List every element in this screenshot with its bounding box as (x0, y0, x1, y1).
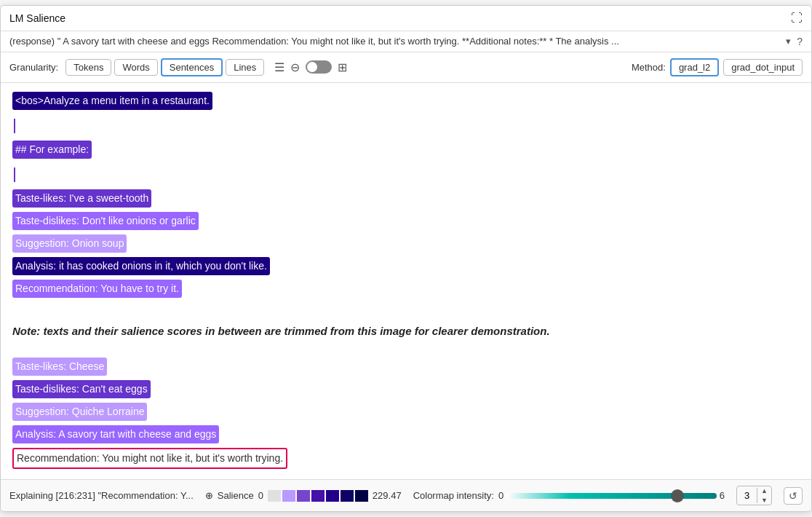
analysis-1-sentence[interactable]: Analysis: it has cooked onions in it, wh… (12, 257, 270, 275)
tokens-button[interactable]: Tokens (65, 59, 111, 76)
colorbar (268, 490, 368, 502)
taste-dislikes-1-sentence[interactable]: Taste-dislikes: Don't like onions or gar… (12, 212, 199, 230)
salience-icon: ⊕ (205, 490, 213, 501)
colormap-slider-wrap: 0 6 (498, 490, 725, 501)
salience-group: ⊕ Salience 0 229.47 (205, 490, 402, 502)
spacer-3 (12, 160, 800, 166)
window-title: LM Salience (9, 12, 65, 24)
grid-icon[interactable]: ⊞ (338, 60, 347, 74)
colormap-min: 0 (498, 490, 503, 501)
method-group: Method: grad_l2 grad_dot_input (632, 58, 803, 76)
spacer-2 (12, 135, 800, 141)
recommendation-1-sentence[interactable]: Recommendation: You have to try it. (12, 280, 182, 298)
taste-likes-2-sentence[interactable]: Taste-likes: Cheese (12, 358, 107, 376)
note-block: Note: texts and their salience scores in… (12, 323, 800, 340)
sentence-recommendation-1[interactable]: Recommendation: You have to try it. (12, 280, 800, 299)
for-example-sentence[interactable]: ## For example: (12, 141, 92, 159)
vertical-line-2 (14, 167, 15, 182)
bottom-bar: Explaining [216:231] "Recommendation: Y.… (1, 479, 811, 512)
title-bar: LM Salience ⛶ (1, 6, 811, 31)
grad-l2-button[interactable]: grad_l2 (670, 58, 719, 76)
recommendation-2-sentence[interactable]: Recommendation: You might not like it, b… (12, 448, 287, 469)
swatch-1 (282, 490, 295, 502)
menu-icon[interactable]: ☰ (274, 60, 284, 74)
suggestion-1-sentence[interactable]: Suggestion: Onion soup (12, 234, 127, 253)
swatch-2 (297, 490, 310, 502)
colormap-group: Colormap intensity: 0 6 (413, 490, 725, 501)
swatch-3 (311, 490, 325, 502)
response-text: (response) " A savory tart with cheese a… (9, 36, 780, 47)
colormap-max: 6 (720, 490, 725, 501)
sentence-taste-likes-1[interactable]: Taste-likes: I've a sweet-tooth (12, 189, 800, 209)
response-bar: (response) " A savory tart with cheese a… (1, 31, 811, 52)
expand-icon[interactable]: ⛶ (791, 12, 803, 25)
swatch-0 (268, 490, 281, 502)
spacer-1 (12, 111, 800, 117)
analysis-2-sentence[interactable]: Analysis: A savory tart with cheese and … (12, 425, 219, 443)
words-button[interactable]: Words (114, 59, 157, 76)
colormap-slider[interactable] (506, 493, 717, 499)
taste-dislikes-2-sentence[interactable]: Taste-dislikes: Can't eat eggs (12, 380, 151, 398)
lines-button[interactable]: Lines (226, 59, 264, 76)
method-label: Method: (632, 62, 666, 73)
spacer-4 (12, 183, 800, 189)
content-area: <bos>Analyze a menu item in a restaurant… (1, 83, 811, 479)
granularity-group: Granularity: Tokens Words Sentences Line… (9, 58, 347, 76)
sentence-taste-dislikes-1[interactable]: Taste-dislikes: Don't like onions or gar… (12, 212, 800, 232)
refresh-button[interactable]: ↺ (784, 487, 803, 505)
note-text: Note: texts and their salience scores in… (12, 323, 800, 340)
salience-min: 0 (258, 490, 263, 501)
help-icon[interactable]: ? (797, 36, 803, 47)
stepper-input: 3 ▲ ▼ (736, 486, 772, 506)
sentence-for-example[interactable]: ## For example: (12, 141, 800, 160)
sentence-suggestion-2[interactable]: Suggestion: Quiche Lorraine (12, 403, 800, 422)
bos-sentence[interactable]: <bos>Analyze a menu item in a restaurant… (12, 92, 212, 110)
taste-likes-1-sentence[interactable]: Taste-likes: I've a sweet-tooth (12, 189, 151, 208)
response-dropdown-arrow[interactable]: ▾ (786, 36, 791, 47)
sentences-button[interactable]: Sentences (161, 58, 223, 76)
sentence-bos[interactable]: <bos>Analyze a menu item in a restaurant… (12, 92, 800, 111)
sentence-analysis-2[interactable]: Analysis: A savory tart with cheese and … (12, 425, 800, 445)
suggestion-2-sentence[interactable]: Suggestion: Quiche Lorraine (12, 403, 147, 421)
lm-salience-window: LM Salience ⛶ (response) " A savory tart… (0, 5, 812, 513)
salience-max: 229.47 (373, 490, 402, 501)
toggle-knob (307, 62, 317, 72)
controls-bar: Granularity: Tokens Words Sentences Line… (1, 52, 811, 83)
toggle-switch[interactable] (306, 60, 332, 74)
swatch-5 (341, 490, 354, 502)
salience-label: Salience (218, 490, 254, 501)
sentence-taste-likes-2[interactable]: Taste-likes: Cheese (12, 358, 800, 377)
stepper-up-button[interactable]: ▲ (757, 486, 771, 496)
grad-dot-input-button[interactable]: grad_dot_input (723, 59, 803, 76)
colormap-label: Colormap intensity: (413, 490, 494, 501)
sentence-taste-dislikes-2[interactable]: Taste-dislikes: Can't eat eggs (12, 380, 800, 400)
swatch-6 (355, 490, 368, 502)
sentence-suggestion-1[interactable]: Suggestion: Onion soup (12, 234, 800, 254)
icon-controls: ☰ ⊖ ⊞ (274, 60, 347, 74)
vertical-line-1 (14, 119, 15, 133)
stepper-arrows: ▲ ▼ (757, 486, 771, 505)
sentence-recommendation-2[interactable]: Recommendation: You might not like it, b… (12, 448, 800, 470)
granularity-label: Granularity: (9, 62, 58, 73)
explaining-text: Explaining [216:231] "Recommendation: Y.… (9, 490, 194, 501)
sentence-analysis-1[interactable]: Analysis: it has cooked onions in it, wh… (12, 257, 800, 277)
swatch-4 (326, 490, 339, 502)
stepper-value: 3 (737, 488, 757, 503)
minus-circle-icon[interactable]: ⊖ (290, 60, 300, 74)
stepper-down-button[interactable]: ▼ (757, 496, 771, 505)
